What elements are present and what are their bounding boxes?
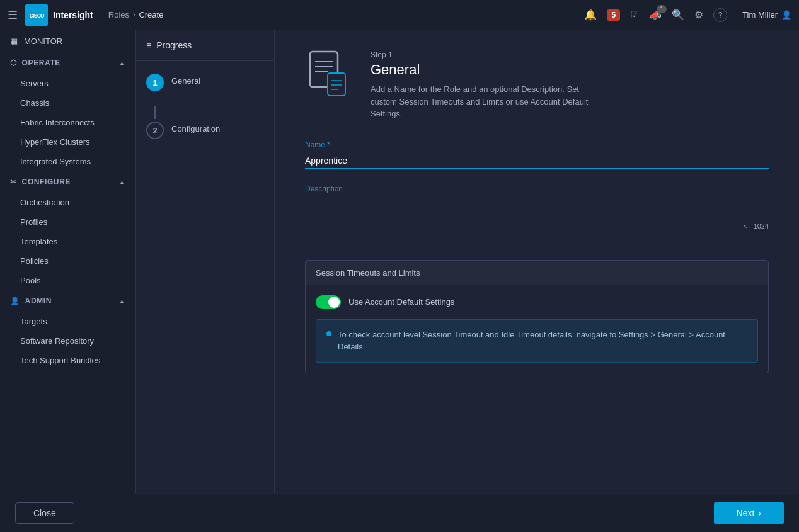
admin-chevron-icon: ▲ xyxy=(119,298,126,305)
step-1-label: General xyxy=(171,74,200,86)
char-limit-label: <= 1024 xyxy=(305,222,769,230)
logo-area: cisco Intersight xyxy=(25,4,93,26)
sidebar-item-policies[interactable]: Policies xyxy=(0,251,135,271)
breadcrumb-current: Create xyxy=(139,10,163,20)
sidebar-section-monitor[interactable]: ▦ MONITOR xyxy=(0,30,135,52)
sidebar-item-hyperflex-clusters[interactable]: HyperFlex Clusters xyxy=(0,132,135,152)
sidebar-item-software-repository[interactable]: Software Repository xyxy=(0,331,135,351)
step-icon-area xyxy=(305,50,350,101)
operate-chevron-icon: ▲ xyxy=(119,60,126,67)
user-avatar-icon: 👤 xyxy=(781,10,791,20)
notifications-icon[interactable]: 🔔 xyxy=(584,9,597,21)
operate-icon: ⬡ xyxy=(10,59,17,67)
main-layout: ▦ MONITOR ⬡ OPERATE ▲ Servers Chassis Fa… xyxy=(0,30,799,494)
main-content: Step 1 General Add a Name for the Role a… xyxy=(275,30,799,494)
header-icons: 🔔 5 ☑ 📣 1 🔍 ⚙ ? Tim Miller 👤 xyxy=(584,8,791,22)
description-wrapper xyxy=(305,197,769,220)
progress-icon: ≡ xyxy=(146,40,151,50)
sidebar: ▦ MONITOR ⬡ OPERATE ▲ Servers Chassis Fa… xyxy=(0,30,136,494)
cisco-logo: cisco xyxy=(25,4,48,26)
announce-badge: 1 xyxy=(657,5,667,13)
step-title: General xyxy=(371,62,769,78)
sidebar-item-integrated-systems[interactable]: Integrated Systems xyxy=(0,152,135,171)
help-icon[interactable]: ? xyxy=(713,8,727,22)
info-dot-icon xyxy=(326,331,331,336)
sidebar-item-fabric-interconnects[interactable]: Fabric Interconnects xyxy=(0,113,135,132)
operate-section-header[interactable]: ⬡ OPERATE ▲ xyxy=(0,52,135,74)
sidebar-section-admin: 👤 ADMIN ▲ Targets Software Repository Te… xyxy=(0,290,135,370)
sidebar-item-pools[interactable]: Pools xyxy=(0,271,135,290)
user-menu[interactable]: Tim Miller 👤 xyxy=(742,10,791,20)
operate-label: OPERATE xyxy=(22,59,60,67)
svg-rect-4 xyxy=(328,73,345,96)
hamburger-icon[interactable]: ☰ xyxy=(8,8,18,22)
progress-title: Progress xyxy=(156,40,192,50)
settings-icon[interactable]: ⚙ xyxy=(694,9,703,21)
name-input[interactable] xyxy=(305,153,769,169)
toggle-row: Use Account Default Settings xyxy=(316,295,758,309)
announcements-icon[interactable]: 📣 1 xyxy=(649,9,662,21)
next-arrow-icon: › xyxy=(758,508,761,518)
name-field-section: Name * xyxy=(305,140,769,184)
progress-header: ≡ Progress xyxy=(136,30,274,61)
configure-label: CONFIGURE xyxy=(22,178,71,186)
admin-section-header[interactable]: 👤 ADMIN ▲ xyxy=(0,290,135,312)
sidebar-item-templates[interactable]: Templates xyxy=(0,232,135,251)
admin-icon: 👤 xyxy=(10,297,20,305)
monitor-icon: ▦ xyxy=(10,37,18,46)
default-settings-toggle[interactable] xyxy=(316,295,341,309)
error-badge: 5 xyxy=(607,9,620,21)
configure-icon: ✂ xyxy=(10,178,17,186)
session-section: Session Timeouts and Limits Use Account … xyxy=(305,260,769,373)
configure-section-header[interactable]: ✂ CONFIGURE ▲ xyxy=(0,171,135,193)
sidebar-section-configure: ✂ CONFIGURE ▲ Orchestration Profiles Tem… xyxy=(0,171,135,290)
sidebar-item-targets[interactable]: Targets xyxy=(0,312,135,331)
step-1-item: 1 General xyxy=(146,74,264,91)
step-desc-text: Add a Name for the Role and an optional … xyxy=(371,83,597,120)
progress-panel: ≡ Progress 1 General 2 Configuration xyxy=(136,30,275,494)
sidebar-section-operate: ⬡ OPERATE ▲ Servers Chassis Fabric Inter… xyxy=(0,52,135,171)
step-info-area: Step 1 General Add a Name for the Role a… xyxy=(305,50,769,120)
sidebar-item-chassis[interactable]: Chassis xyxy=(0,93,135,113)
sidebar-item-servers[interactable]: Servers xyxy=(0,74,135,93)
step-description: Step 1 General Add a Name for the Role a… xyxy=(371,50,769,120)
session-header: Session Timeouts and Limits xyxy=(306,261,768,285)
admin-label: ADMIN xyxy=(25,297,52,305)
top-header: ☰ cisco Intersight Roles › Create 🔔 5 ☑ … xyxy=(0,0,799,30)
sidebar-monitor-label: MONITOR xyxy=(24,37,62,46)
next-button[interactable]: Next › xyxy=(714,502,784,524)
step-connector xyxy=(154,106,156,119)
step-document-icon xyxy=(305,50,350,101)
close-button[interactable]: Close xyxy=(15,502,74,524)
info-text: To check account level Session Timeout a… xyxy=(338,329,747,353)
breadcrumb-separator: › xyxy=(133,11,135,18)
step-2-label: Configuration xyxy=(171,122,220,133)
step-1-circle: 1 xyxy=(146,74,164,91)
footer: Close Next › xyxy=(0,494,799,532)
session-body: Use Account Default Settings To check ac… xyxy=(306,285,768,373)
tasks-icon[interactable]: ☑ xyxy=(630,9,639,21)
sidebar-item-tech-support-bundles[interactable]: Tech Support Bundles xyxy=(0,351,135,370)
breadcrumb: Roles › Create xyxy=(108,10,585,20)
sidebar-item-profiles[interactable]: Profiles xyxy=(0,212,135,232)
app-name: Intersight xyxy=(53,10,93,20)
info-box: To check account level Session Timeout a… xyxy=(316,319,758,363)
errors-icon[interactable]: 5 xyxy=(607,9,620,21)
breadcrumb-parent[interactable]: Roles xyxy=(108,10,129,20)
search-icon[interactable]: 🔍 xyxy=(672,9,684,21)
sidebar-item-orchestration[interactable]: Orchestration xyxy=(0,193,135,212)
configure-chevron-icon: ▲ xyxy=(119,179,126,186)
step-number-label: Step 1 xyxy=(371,50,769,59)
name-field-label: Name * xyxy=(305,140,769,149)
progress-steps: 1 General 2 Configuration xyxy=(136,61,274,167)
step-2-item: 2 Configuration xyxy=(146,122,264,139)
cisco-logo-text: cisco xyxy=(29,11,43,19)
toggle-label: Use Account Default Settings xyxy=(348,297,454,307)
description-field-section: Description <= 1024 xyxy=(305,184,769,245)
step-2-circle: 2 xyxy=(146,122,164,139)
user-name: Tim Miller xyxy=(742,10,778,20)
description-field-label: Description xyxy=(305,184,769,193)
description-input[interactable] xyxy=(305,197,769,217)
